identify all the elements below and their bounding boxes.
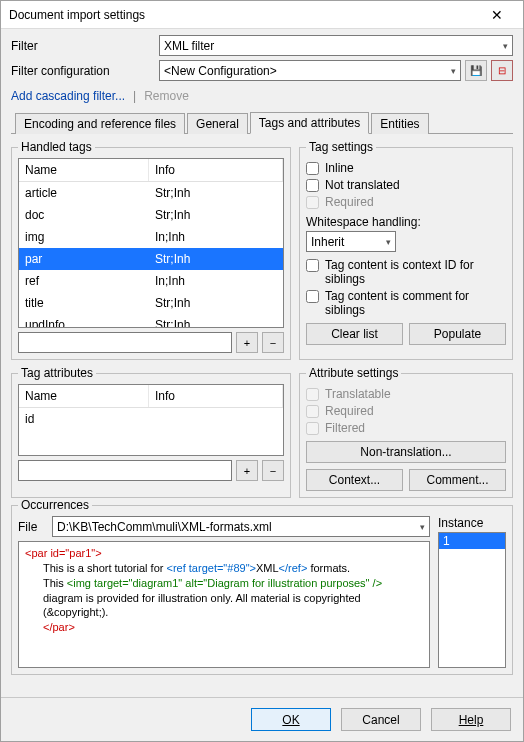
code-text: This is a short tutorial for [43,562,167,574]
whitespace-combo[interactable]: Inherit ▾ [306,231,396,252]
tab-entities[interactable]: Entities [371,113,428,134]
non-translation-button[interactable]: Non-translation... [306,441,506,463]
tag-settings-legend: Tag settings [306,140,376,154]
tag-attributes-toolbar: + − [18,460,284,481]
close-button[interactable]: ✕ [477,4,517,26]
tag-attributes-header: Name Info [19,385,283,408]
translatable-checkbox-row: Translatable [306,387,506,401]
handled-tags-toolbar: + − [18,332,284,353]
remove-attr-button[interactable]: − [262,460,284,481]
col-name[interactable]: Name [19,159,149,181]
save-config-button[interactable]: 💾 [465,60,487,81]
comment-checkbox-row[interactable]: Tag content is comment for siblings [306,289,506,317]
context-button[interactable]: Context... [306,469,403,491]
attribute-btn-row-1: Non-translation... [306,441,506,463]
cell-info: Str;Inh [149,314,283,328]
file-combo[interactable]: D:\KB\TechComm\muli\XML-formats.xml ▾ [52,516,430,537]
link-separator: | [133,89,136,103]
context-id-checkbox-row[interactable]: Tag content is context ID for siblings [306,258,506,286]
disk-delete-icon: ⊟ [498,65,506,76]
chevron-down-icon: ▾ [420,522,425,532]
occurrences-legend: Occurrences [18,498,92,512]
remove-tag-button[interactable]: − [262,332,284,353]
filter-combo[interactable]: XML filter ▾ [159,35,513,56]
not-translated-checkbox[interactable] [306,179,319,192]
remove-filter-link: Remove [144,89,189,103]
code-ref-close: </ref> [279,562,308,574]
add-tag-button[interactable]: + [236,332,258,353]
cell-name: img [19,226,149,248]
list-item[interactable]: 1 [439,533,505,549]
table-row[interactable]: parStr;Inh [19,248,283,270]
populate-button[interactable]: Populate [409,323,506,345]
context-id-label: Tag content is context ID for siblings [325,258,506,286]
cell-info [149,408,283,430]
attribute-settings-legend: Attribute settings [306,366,401,380]
dialog-root: Document import settings ✕ Filter XML fi… [0,0,524,742]
col-info[interactable]: Info [149,159,283,181]
table-row[interactable]: imgIn;Inh [19,226,283,248]
tab-tags-attributes[interactable]: Tags and attributes [250,112,369,134]
ok-button[interactable]: OK [251,708,331,731]
inline-label: Inline [325,161,354,175]
tag-attributes-table[interactable]: Name Info id [18,384,284,456]
table-row[interactable]: docStr;Inh [19,204,283,226]
inline-checkbox-row[interactable]: Inline [306,161,506,175]
tabs-bar: Encoding and reference files General Tag… [11,111,513,134]
whitespace-value: Inherit [311,235,344,249]
col-name[interactable]: Name [19,385,149,407]
not-translated-label: Not translated [325,178,400,192]
attr-required-checkbox [306,405,319,418]
comment-checkbox[interactable] [306,290,319,303]
handled-tags-legend: Handled tags [18,140,95,154]
code-ref-text: XML [256,562,279,574]
attribute-btn-row-2: Context... Comment... [306,469,506,491]
cell-name: updInfo [19,314,149,328]
chevron-down-icon: ▾ [386,237,391,247]
code-ref-open: <ref target="#89"> [167,562,256,574]
table-row[interactable]: refIn;Inh [19,270,283,292]
clear-list-button[interactable]: Clear list [306,323,403,345]
translatable-checkbox [306,388,319,401]
occurrences-right: Instance 1 [438,516,506,668]
tag-attributes-input[interactable] [18,460,232,481]
not-translated-checkbox-row[interactable]: Not translated [306,178,506,192]
col-info[interactable]: Info [149,385,283,407]
tab-encoding[interactable]: Encoding and reference files [15,113,185,134]
filter-row: Filter XML filter ▾ [11,35,513,56]
instance-list[interactable]: 1 [438,532,506,668]
delete-config-button[interactable]: ⊟ [491,60,513,81]
table-row[interactable]: titleStr;Inh [19,292,283,314]
context-id-checkbox[interactable] [306,259,319,272]
table-row[interactable]: articleStr;Inh [19,182,283,204]
filtered-label: Filtered [325,421,365,435]
filter-config-combo[interactable]: <New Configuration> ▾ [159,60,461,81]
handled-tags-group: Handled tags Name Info articleStr;Inhdoc… [11,140,291,360]
chevron-down-icon: ▾ [451,66,456,76]
add-cascading-filter-link[interactable]: Add cascading filter... [11,89,125,103]
code-text: formats. [307,562,350,574]
attr-required-label: Required [325,404,374,418]
cell-name: ref [19,270,149,292]
table-row[interactable]: id [19,408,283,430]
instance-label: Instance [438,516,506,530]
occurrences-body: File D:\KB\TechComm\muli\XML-formats.xml… [18,516,506,668]
cell-info: Str;Inh [149,182,283,204]
tab-general[interactable]: General [187,113,248,134]
handled-tags-table[interactable]: Name Info articleStr;InhdocStr;InhimgIn;… [18,158,284,328]
comment-button[interactable]: Comment... [409,469,506,491]
attr-required-checkbox-row: Required [306,404,506,418]
cancel-button[interactable]: Cancel [341,708,421,731]
tags-groups-row: Handled tags Name Info articleStr;Inhdoc… [11,140,513,360]
help-button[interactable]: Help [431,708,511,731]
table-row[interactable]: updInfoStr;Inh [19,314,283,328]
help-button-label: Help [459,713,484,727]
code-preview[interactable]: <par id="par1"> This is a short tutorial… [18,541,430,668]
handled-tags-input[interactable] [18,332,232,353]
cell-info: Str;Inh [149,248,283,270]
add-attr-button[interactable]: + [236,460,258,481]
occurrences-left: File D:\KB\TechComm\muli\XML-formats.xml… [18,516,430,668]
inline-checkbox[interactable] [306,162,319,175]
filter-config-value: <New Configuration> [164,64,277,78]
code-img: <img target="diagram1" alt="Diagram for … [67,577,382,589]
